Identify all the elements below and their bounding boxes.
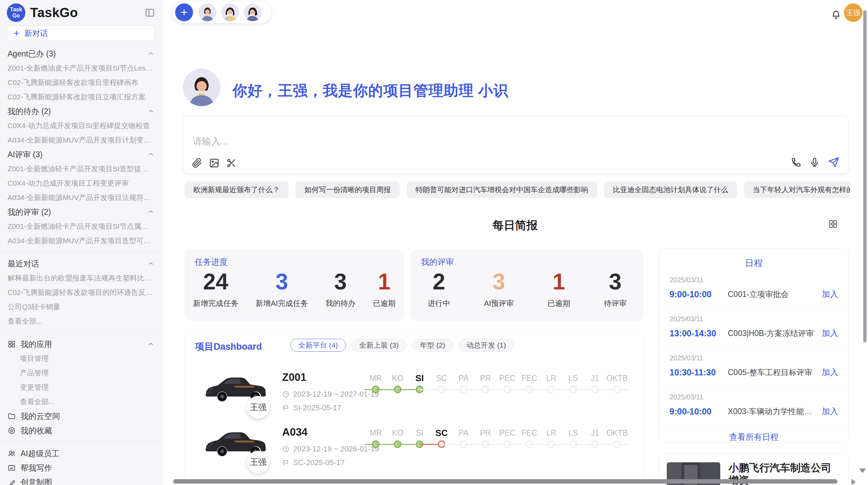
assistant-profile-avatar xyxy=(183,69,220,106)
schedule-date: 2025/03/11 xyxy=(670,354,838,362)
project-row[interactable]: 王强 A034 2023-12-19 ~ 2026-01-19 SC-2025-… xyxy=(185,421,643,476)
suggestion-chip[interactable]: 如何写一份清晰的项目周报 xyxy=(296,182,400,198)
user-avatar[interactable]: 王强 xyxy=(844,3,863,22)
view-all-schedule-link[interactable]: 查看所有日程 xyxy=(659,425,848,443)
scroll-down-arrow[interactable] xyxy=(859,469,866,473)
chevron-up-icon[interactable] xyxy=(147,108,154,115)
suggestion-chips: 欧洲新规最近颁布了什么？ 如何写一份清晰的项目周报 特朗普可能对进口汽车增税会对… xyxy=(184,182,850,198)
suggestion-chip[interactable]: 当下年轻人对汽车外观有怎样的喜好趋势 xyxy=(744,182,850,198)
voice-call-icon[interactable] xyxy=(791,157,801,167)
section-agent-done[interactable]: Agent已办 (3) xyxy=(0,47,162,61)
list-item[interactable]: 公司Q3轻卡销量 xyxy=(0,300,162,314)
assistant-avatar[interactable] xyxy=(221,3,239,21)
sidebar-item-cloud[interactable]: 我的云空间 xyxy=(0,409,162,423)
section-recent-chats[interactable]: 最近对话 xyxy=(0,257,162,271)
section-label: AI评审 (3) xyxy=(8,149,147,160)
view-all-link[interactable]: 查看全部... xyxy=(0,314,162,328)
milestone-pr: PR xyxy=(474,373,496,397)
list-item[interactable]: A034-全新新能源MUV产品开发项目法规符合性评审 xyxy=(0,190,162,205)
milestone-stepper: MRKOSISCPAPRPECFECLRLSJ1OKTB xyxy=(365,427,629,452)
suggestion-chip[interactable]: 特朗普可能对进口汽车增税会对中国车企造成哪些影响 xyxy=(407,182,597,198)
app-logo: Task Go xyxy=(7,3,25,22)
flag-icon xyxy=(282,404,290,412)
add-assistant-button[interactable] xyxy=(174,3,194,22)
join-button[interactable]: 加入 xyxy=(822,289,838,300)
attachment-icon[interactable] xyxy=(192,158,202,168)
list-item[interactable]: A034-全新新能源MUV产品开发项目计划变更表编写 xyxy=(0,133,162,147)
suggestion-chip[interactable]: 比亚迪全固态电池计划具体说了什么 xyxy=(604,182,737,198)
chevron-up-icon[interactable] xyxy=(147,50,154,57)
list-item[interactable]: Z001-全新燃油皮卡产品开发项目SI节点Lesson Learn报告 xyxy=(0,61,162,75)
microphone-icon[interactable] xyxy=(809,157,820,167)
assistant-avatar[interactable] xyxy=(198,3,216,21)
assistant-avatar[interactable] xyxy=(244,3,262,21)
milestone-lr: LR xyxy=(540,427,562,452)
section-ai-review[interactable]: AI评审 (3) xyxy=(0,147,162,162)
view-all-link[interactable]: 查看全部... xyxy=(0,395,162,409)
list-item[interactable]: Z001-全新燃油轻卡产品开发项目SI造型提交物评审 xyxy=(0,162,162,176)
app-item[interactable]: 产品管理 xyxy=(0,366,162,380)
chevron-up-icon[interactable] xyxy=(147,260,154,267)
clock-icon xyxy=(282,445,290,453)
stat: 3AI预评审 xyxy=(484,270,514,309)
section-my-apps[interactable]: 我的应用 xyxy=(0,337,162,351)
section-my-review[interactable]: 我的评审 (2) xyxy=(0,205,162,219)
list-item[interactable]: C02-飞腾新能源轻客改款项目的闭环通告反馈情况 xyxy=(0,285,162,300)
chevron-up-icon[interactable] xyxy=(147,151,154,158)
notification-bell-icon[interactable] xyxy=(831,10,841,20)
tab-year-model[interactable]: 年型 (2) xyxy=(412,339,453,352)
divider xyxy=(0,252,162,252)
star-badge-icon xyxy=(8,426,16,435)
list-item[interactable]: C0X4-动力总成开发项目工程变更评审 xyxy=(0,176,162,190)
stat: 3待评审 xyxy=(604,270,627,309)
schedule-name: C005-整车工程目标评审 xyxy=(728,367,818,378)
project-code: A034 xyxy=(282,426,308,438)
tab-new-body[interactable]: 全新上装 (3) xyxy=(351,339,407,352)
new-chat-button[interactable]: 新对话 xyxy=(7,25,155,41)
chevron-up-icon[interactable] xyxy=(147,209,154,215)
chevron-up-icon[interactable] xyxy=(147,341,154,348)
sidebar-item-creative-draw[interactable]: 创意制图 xyxy=(0,475,162,485)
vertical-scrollbar[interactable] xyxy=(863,10,867,343)
list-item[interactable]: C02-飞腾新能源轻客改款项目里程碑画布 xyxy=(0,75,162,90)
flag-icon xyxy=(282,459,290,467)
list-item[interactable]: C02-飞腾新能源轻客改款项目立项汇报方案 xyxy=(0,90,162,104)
horizontal-scrollbar[interactable] xyxy=(173,479,837,484)
layout-grid-icon[interactable] xyxy=(828,219,838,229)
chat-input[interactable]: 请输入... xyxy=(193,135,228,148)
suggestion-chip[interactable]: 欧洲新规最近颁布了什么？ xyxy=(184,182,289,198)
collapse-sidebar-icon[interactable] xyxy=(145,8,155,18)
stat: 3我的待办 xyxy=(325,270,355,309)
send-icon[interactable] xyxy=(828,157,840,168)
scroll-right-arrow[interactable] xyxy=(852,479,856,485)
greeting-title: 你好，王强，我是你的项目管理助理 小识 xyxy=(232,81,508,101)
list-item[interactable]: C0X4-动力总成开发项目SI里程碑提交物检查 xyxy=(0,119,162,133)
app-item[interactable]: 变更管理 xyxy=(0,380,162,395)
stat: 2进行中 xyxy=(427,270,450,309)
project-flag-date: SI-2025-05-17 xyxy=(282,403,341,412)
image-upload-icon[interactable] xyxy=(209,158,219,168)
milestone-stepper: MRKOSISCPAPRPECFECLRLSJ1OKTB xyxy=(365,373,629,397)
section-my-todo[interactable]: 我的待办 (2) xyxy=(0,104,162,119)
tab-all-new-platform[interactable]: 全新平台 (4) xyxy=(290,339,346,352)
milestone-fec: FEC xyxy=(518,427,540,452)
list-item[interactable]: 解释最新出台的欧盟报废车法规再生塑料比例被调至15%... xyxy=(0,271,162,285)
sidebar-item-ai-staff[interactable]: AI超级员工 xyxy=(0,446,162,461)
item-label: 我的收藏 xyxy=(21,425,154,436)
sidebar-item-write-helper[interactable]: 帮我写作 xyxy=(0,461,162,475)
owner-badge: 王强 xyxy=(247,451,269,473)
join-button[interactable]: 加入 xyxy=(822,328,838,339)
join-button[interactable]: 加入 xyxy=(822,367,838,378)
section-label: 我的应用 xyxy=(21,339,147,350)
milestone-si: SI xyxy=(409,373,431,397)
app-item[interactable]: 项目管理 xyxy=(0,351,162,366)
join-button[interactable]: 加入 xyxy=(822,406,838,417)
screenshot-scissors-icon[interactable] xyxy=(226,158,237,168)
tab-powertrain[interactable]: 动总开发 (1) xyxy=(459,339,514,352)
stat: 3新增AI完成任务 xyxy=(256,270,308,309)
list-item[interactable]: A034-全新新能源MUV产品开发项目造型可行性评审 xyxy=(0,234,162,248)
project-row[interactable]: 王强 Z001 2023-12-19 ~ 2027-01-19 SI-2025-… xyxy=(185,366,643,421)
sidebar-item-favorites[interactable]: 我的收藏 xyxy=(0,423,162,438)
list-item[interactable]: Z001-全新燃油轻卡产品开发项目SI节点属性5D文件评审 xyxy=(0,219,162,234)
milestone-pa: PA xyxy=(453,427,474,452)
